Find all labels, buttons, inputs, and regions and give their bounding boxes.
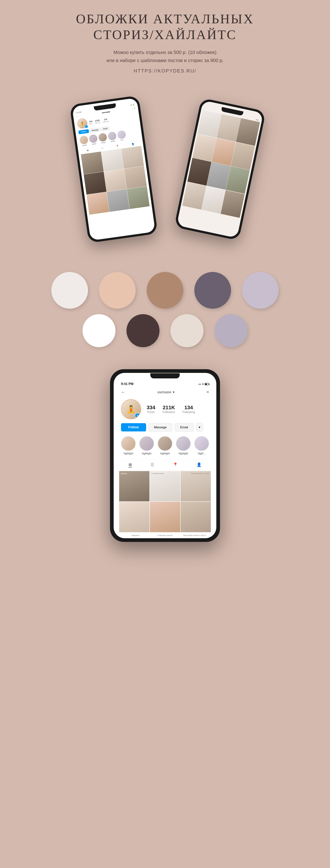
large-highlight-circle-3 (158, 436, 172, 451)
swatch-1 (51, 272, 88, 309)
dropdown-arrow-nav: ▾ (173, 390, 174, 394)
large-email-btn[interactable]: Email (174, 423, 194, 432)
back-arrow-large[interactable]: ← (121, 390, 125, 395)
menu-icon-large[interactable]: ≡ (206, 390, 209, 395)
caption-2: Стиковое рассм. (151, 472, 164, 474)
person-tag-icon[interactable]: 👤 (197, 462, 201, 468)
large-posts-stat: 334 Posts (147, 405, 155, 414)
hero-url: HTTPS://KOPYDES.RU/ (37, 68, 293, 74)
large-phone: 9:41 PM ▪▪▪ ▾ ← username ▾ (110, 369, 220, 542)
phone-front: 1:41 PM ▪▪▪ 🔋 ← username ≡ 🧘 334 Pos (69, 95, 158, 243)
large-status-bar: 9:41 PM ▪▪▪ ▾ (119, 382, 211, 386)
highlight-label-4-small: highlight (108, 140, 117, 143)
menu-icon-small: ≡ (134, 107, 135, 109)
highlight-label-1-small: highlight (80, 144, 89, 147)
large-buttons-row: Follow Message Email ▾ (119, 423, 211, 432)
swatch-4 (194, 272, 231, 309)
grid-cell-3 (121, 146, 144, 168)
list-view-icon[interactable]: ☰ (151, 462, 154, 468)
photo-grid-small (81, 146, 150, 215)
large-notch (150, 373, 180, 378)
swatch-8 (170, 314, 203, 347)
large-highlight-label-1: highlight (121, 452, 136, 455)
large-grid-cell-6 (180, 502, 211, 532)
grid-view-icon[interactable]: ⊞ (129, 462, 132, 468)
list-icon-small: ☰ (101, 147, 104, 150)
caption-3: Заголовок нашего листа (191, 472, 209, 474)
large-highlight-2: highlight (139, 436, 154, 455)
highlight-label-3-small: highlight (99, 141, 108, 144)
large-highlight-label-2: highlight (139, 452, 154, 455)
large-photo-grid: Надпись Стиковое рассм. Заголовок нашего… (119, 471, 211, 532)
large-highlight-label-3: highlight (158, 452, 172, 455)
phones-section: 9:41 (0, 89, 330, 254)
nav-center: username ▾ (157, 390, 174, 394)
large-phone-section: 9:41 PM ▪▪▪ ▾ ← username ▾ (0, 362, 330, 553)
swatches-row-2 (82, 314, 248, 347)
large-highlight-4: highlight (176, 436, 191, 455)
large-profile-section: 🧘 334 Posts 211K Followers 134 (119, 399, 211, 419)
grid-cell-9 (127, 186, 150, 209)
back-screen-content: 9:41 (181, 100, 263, 218)
email-btn-small[interactable]: Email (101, 126, 110, 131)
swatches-section (0, 265, 330, 354)
follow-btn-small[interactable]: Follow (78, 129, 89, 134)
large-dropdown-btn[interactable]: ▾ (196, 423, 203, 432)
time-small: 1:41 PM (76, 111, 81, 114)
swatch-9 (214, 314, 248, 347)
highlight-label-2-small: highlight (90, 143, 98, 145)
avatar-figure: 🧘 (127, 405, 136, 414)
large-following-label: Following (183, 410, 195, 414)
highlight-circle-4-small (107, 131, 117, 141)
posts-stat-small: 334 Posts (89, 120, 93, 125)
signal-icons-small: ▪▪▪ 🔋 (130, 104, 135, 106)
phone-back-screen: 9:41 (176, 100, 263, 238)
large-insta-content: 9:41 PM ▪▪▪ ▾ ← username ▾ (114, 373, 216, 538)
large-time: 9:41 PM (121, 382, 133, 386)
status-icons: ▪▪▪ ▾ (198, 383, 209, 385)
large-following-stat: 134 Following (183, 405, 195, 414)
large-message-btn[interactable]: Message (148, 423, 172, 432)
large-following-num: 134 (183, 405, 195, 410)
message-btn-small[interactable]: Message (90, 128, 101, 133)
highlight-circle-3-small (98, 133, 107, 142)
large-follow-btn[interactable]: Follow (121, 423, 146, 431)
hero-subtitle: Можно купить отдельно за 500 р. (10 обло… (37, 48, 293, 64)
highlight-5-small: highl... (117, 130, 127, 141)
large-highlight-circle-5 (194, 436, 209, 451)
highlight-circle-5-small (117, 130, 126, 140)
signal-icon: ▪▪▪ (198, 383, 201, 385)
large-grid-cell-5 (150, 502, 180, 532)
feed-mosaic (182, 110, 260, 218)
grid-cell-2 (101, 149, 124, 172)
following-stat-small: 134 Following (102, 118, 109, 123)
caption-row: Надпись Стиковое рассм. Заголовок нашего… (119, 532, 211, 538)
large-posts-num: 334 (147, 405, 155, 410)
large-screen: 9:41 PM ▪▪▪ ▾ ← username ▾ (114, 373, 216, 538)
large-highlight-circle-4 (176, 436, 191, 451)
large-highlight-label-5: highl... (194, 452, 209, 455)
location-icon[interactable]: 📍 (173, 462, 178, 468)
large-nav-bar: ← username ▾ ≡ (119, 390, 211, 395)
large-followers-stat: 211K Followers (163, 405, 175, 414)
highlight-circle-2-small (89, 134, 98, 144)
large-grid-icons: ⊞ ☰ 📍 👤 (119, 460, 211, 470)
hero-section: ОБЛОЖКИ АКТУАЛЬНЫХ СТОРИЗ/ХАЙЛАЙТС Можно… (0, 0, 330, 89)
large-highlight-3: highlight (158, 436, 172, 455)
large-followers-label: Followers (163, 410, 175, 414)
back-arrow-small: ← (76, 115, 78, 117)
large-stats: 334 Posts 211K Followers 134 Following (147, 405, 195, 414)
large-posts-label: Posts (147, 410, 155, 414)
swatch-3 (147, 272, 183, 309)
large-grid-cell-2: Стиковое рассм. (150, 471, 180, 501)
swatch-2 (99, 272, 136, 309)
large-grid-cell-1: Надпись (119, 471, 150, 501)
phone-back: 9:41 (174, 98, 266, 241)
caption-item-2: Стиковое рассм. (151, 534, 180, 536)
caption-item-1: Надпись (121, 534, 150, 536)
large-highlight-1: highlight (121, 436, 136, 455)
battery-fill (205, 383, 207, 385)
highlight-1-small: highlight (79, 135, 89, 147)
grid-cell-6 (124, 166, 147, 189)
swatches-row-1 (51, 272, 279, 309)
